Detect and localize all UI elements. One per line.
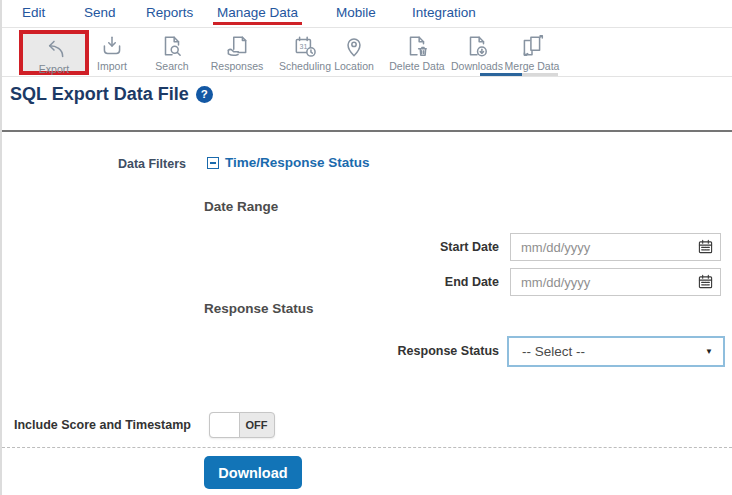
location-icon: [322, 33, 386, 59]
page-header: SQL Export Data File ?: [10, 84, 213, 105]
merge-data-icon: [500, 33, 564, 59]
nav-item-reports[interactable]: Reports: [146, 5, 193, 20]
filter-group-toggle[interactable]: Time/Response Status: [207, 155, 370, 170]
toggle-state-text: OFF: [239, 413, 274, 437]
help-icon[interactable]: ?: [196, 86, 213, 103]
end-date-field-wrap: [510, 268, 721, 296]
start-date-row: Start Date: [2, 233, 732, 261]
date-range-heading: Date Range: [204, 199, 278, 214]
response-status-row: Response Status -- Select -- ▼: [2, 336, 732, 367]
score-toggle[interactable]: OFF: [209, 412, 275, 438]
end-date-label: End Date: [2, 268, 499, 296]
download-button[interactable]: Download: [204, 456, 302, 489]
responses-icon: [205, 33, 269, 59]
toolbar-label: Delete Data: [385, 60, 449, 72]
nav-item-integration[interactable]: Integration: [412, 5, 476, 20]
filter-group-label: Time/Response Status: [225, 155, 370, 170]
toolbar-scrollbar-thumb[interactable]: [480, 73, 522, 76]
toolbar-label: Search: [140, 60, 204, 72]
toolbar-label: Location: [322, 60, 386, 72]
start-date-label: Start Date: [2, 233, 499, 261]
toolbar-import-button[interactable]: Import: [80, 33, 144, 72]
end-date-input[interactable]: [510, 268, 721, 296]
toolbar-merge-data-button[interactable]: Merge Data: [500, 33, 564, 72]
search-icon: [140, 33, 204, 59]
response-status-heading: Response Status: [204, 301, 314, 316]
toolbar-export-button[interactable]: Export: [19, 30, 89, 75]
start-date-field-wrap: [510, 233, 721, 261]
delete-data-icon: [385, 33, 449, 59]
response-status-select[interactable]: -- Select -- ▼: [507, 336, 725, 367]
title-divider: [2, 130, 732, 132]
score-toggle-label: Include Score and Timestamp: [14, 412, 191, 439]
toolbar-delete-data-button[interactable]: Delete Data: [385, 33, 449, 72]
sql-export-page: Edit Send Reports Manage Data Mobile Int…: [0, 0, 732, 495]
svg-text:31: 31: [300, 43, 308, 50]
toolbar-label: Responses: [205, 60, 269, 72]
nav-item-send[interactable]: Send: [84, 5, 116, 20]
calendar-icon[interactable]: [698, 274, 713, 293]
toolbar-location-button[interactable]: Location: [322, 33, 386, 72]
toolbar-label: Export: [23, 63, 85, 75]
end-date-row: End Date: [2, 268, 732, 296]
selected-option: -- Select --: [522, 344, 585, 359]
toolbar-responses-button[interactable]: Responses: [205, 33, 269, 72]
manage-data-toolbar: Export Import Search: [2, 29, 732, 77]
score-toggle-row: Include Score and Timestamp OFF: [2, 412, 732, 439]
nav-item-mobile[interactable]: Mobile: [336, 5, 376, 20]
response-status-label: Response Status: [2, 336, 499, 367]
toolbar-search-button[interactable]: Search: [140, 33, 204, 72]
top-menu-bar: Edit Send Reports Manage Data Mobile Int…: [2, 0, 732, 28]
toolbar-label: Merge Data: [500, 60, 564, 72]
chevron-down-icon: ▼: [705, 338, 713, 365]
data-filters-label: Data Filters: [2, 157, 186, 171]
collapse-minus-icon: [207, 157, 219, 169]
section-dashed-divider: [2, 447, 732, 448]
nav-item-edit[interactable]: Edit: [22, 5, 45, 20]
toolbar-scrollbar-track: [480, 73, 558, 76]
import-icon: [80, 33, 144, 59]
toolbar-label: Import: [80, 60, 144, 72]
nav-item-manage-data[interactable]: Manage Data: [217, 5, 298, 20]
start-date-input[interactable]: [510, 233, 721, 261]
calendar-icon[interactable]: [698, 239, 713, 258]
toggle-knob: [209, 412, 240, 438]
page-title: SQL Export Data File: [10, 84, 189, 105]
export-icon: [23, 36, 85, 62]
